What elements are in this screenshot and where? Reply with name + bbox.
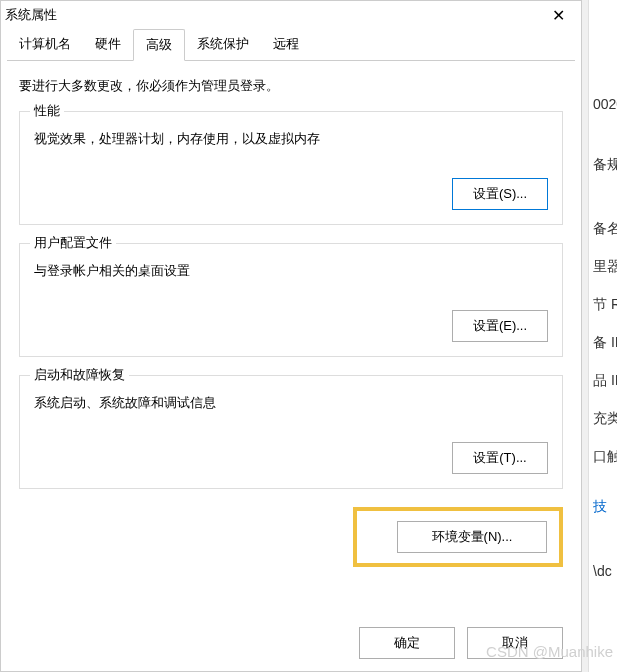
tab-system-protection[interactable]: 系统保护 [185,29,261,60]
side-text: 充类 [593,410,617,428]
close-icon[interactable]: ✕ [544,6,573,25]
startup-title: 启动和故障恢复 [30,366,129,384]
tab-computer-name[interactable]: 计算机名 [7,29,83,60]
side-text: 备名 [593,220,617,238]
performance-desc: 视觉效果，处理器计划，内存使用，以及虚拟内存 [34,130,548,148]
user-profiles-settings-button[interactable]: 设置(E)... [452,310,548,342]
performance-title: 性能 [30,102,64,120]
side-text: 节 R [593,296,617,314]
side-link[interactable]: 技 [593,498,607,516]
tab-hardware[interactable]: 硬件 [83,29,133,60]
startup-desc: 系统启动、系统故障和调试信息 [34,394,548,412]
user-profiles-title: 用户配置文件 [30,234,116,252]
env-vars-highlight: 环境变量(N)... [353,507,563,567]
environment-variables-button[interactable]: 环境变量(N)... [397,521,547,553]
user-profiles-group: 用户配置文件 与登录帐户相关的桌面设置 设置(E)... [19,243,563,357]
tab-advanced[interactable]: 高级 [133,29,185,61]
side-text: \dc [593,563,612,579]
dialog-footer: 确定 取消 [359,627,563,659]
background-settings-panel: 0020 备规 备名 里器 节 R 备 II 品 II 充类 口触 技 \dc [588,0,617,672]
side-text: 里器 [593,258,617,276]
user-profiles-desc: 与登录帐户相关的桌面设置 [34,262,548,280]
performance-settings-button[interactable]: 设置(S)... [452,178,548,210]
tab-strip: 计算机名 硬件 高级 系统保护 远程 [7,29,575,61]
ok-button[interactable]: 确定 [359,627,455,659]
side-text: 口触 [593,448,617,466]
side-text: 备规 [593,156,617,174]
side-text: 品 II [593,372,617,390]
titlebar: 系统属性 ✕ [1,1,581,29]
tab-remote[interactable]: 远程 [261,29,311,60]
side-text: 备 II [593,334,617,352]
startup-recovery-group: 启动和故障恢复 系统启动、系统故障和调试信息 设置(T)... [19,375,563,489]
performance-group: 性能 视觉效果，处理器计划，内存使用，以及虚拟内存 设置(S)... [19,111,563,225]
admin-instruction: 要进行大多数更改，你必须作为管理员登录。 [19,77,563,95]
system-properties-dialog: 系统属性 ✕ 计算机名 硬件 高级 系统保护 远程 要进行大多数更改，你必须作为… [0,0,582,672]
window-title: 系统属性 [5,6,57,24]
tab-content: 要进行大多数更改，你必须作为管理员登录。 性能 视觉效果，处理器计划，内存使用，… [1,61,581,657]
cancel-button[interactable]: 取消 [467,627,563,659]
side-text: 0020 [593,96,617,112]
env-vars-row: 环境变量(N)... [19,507,563,567]
startup-settings-button[interactable]: 设置(T)... [452,442,548,474]
